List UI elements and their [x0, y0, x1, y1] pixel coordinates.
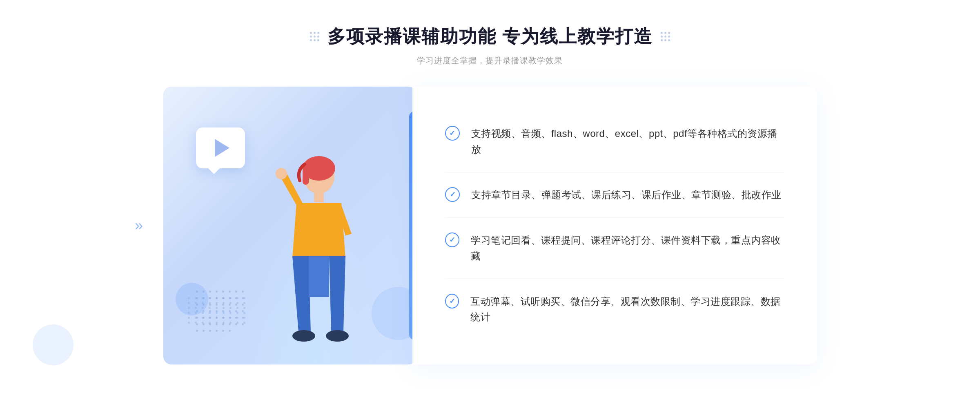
feature-item-2: ✓ 支持章节目录、弹题考试、课后练习、课后作业、章节测验、批改作业 — [445, 172, 784, 218]
feature-item-1: ✓ 支持视频、音频、flash、word、excel、ppt、pdf等各种格式的… — [445, 111, 784, 172]
left-arrows-decoration: » — [135, 217, 143, 234]
svg-point-8 — [278, 169, 285, 176]
play-bubble — [196, 127, 245, 168]
main-title: 多项录播课辅助功能 专为线上教学打造 — [327, 25, 653, 49]
check-circle-2: ✓ — [445, 187, 460, 202]
right-decorator-dots — [661, 32, 670, 41]
check-icon-1: ✓ — [449, 130, 455, 137]
person-illustration — [256, 136, 370, 364]
check-icon-4: ✓ — [449, 297, 455, 305]
left-decorator-dots — [310, 32, 319, 41]
content-section: » // Generate dots inline — [163, 87, 817, 364]
svg-rect-3 — [314, 192, 324, 202]
check-circle-1: ✓ — [445, 126, 460, 141]
subtitle: 学习进度全掌握，提升录播课教学效果 — [310, 55, 670, 66]
feature-item-4: ✓ 互动弹幕、试听购买、微信分享、观看次数限制、学习进度跟踪、数据统计 — [445, 279, 784, 340]
page-container: 多项录播课辅助功能 专为线上教学打造 学习进度全 — [0, 0, 980, 398]
check-icon-3: ✓ — [449, 236, 455, 244]
svg-rect-2 — [303, 168, 309, 185]
svg-point-7 — [326, 330, 349, 342]
chevron-icon: » — [135, 217, 143, 234]
page-circle-decoration — [33, 324, 74, 365]
feature-text-3: 学习笔记回看、课程提问、课程评论打分、课件资料下载，重点内容收藏 — [471, 233, 784, 264]
features-panel: ✓ 支持视频、音频、flash、word、excel、ppt、pdf等各种格式的… — [412, 87, 817, 364]
header-section: 多项录播课辅助功能 专为线上教学打造 学习进度全 — [310, 25, 670, 66]
check-circle-3: ✓ — [445, 233, 459, 247]
illustration-area: // Generate dots inline — [163, 87, 416, 364]
feature-item-3: ✓ 学习笔记回看、课程提问、课程评论打分、课件资料下载，重点内容收藏 — [445, 218, 784, 279]
check-icon-2: ✓ — [450, 191, 456, 198]
feature-text-2: 支持章节目录、弹题考试、课后练习、课后作业、章节测验、批改作业 — [471, 187, 782, 203]
feature-text-4: 互动弹幕、试听购买、微信分享、观看次数限制、学习进度跟踪、数据统计 — [470, 294, 784, 325]
svg-rect-5 — [309, 256, 329, 297]
feature-text-1: 支持视频、音频、flash、word、excel、ppt、pdf等各种格式的资源… — [471, 126, 784, 157]
check-circle-4: ✓ — [445, 294, 459, 309]
header-decorators: 多项录播课辅助功能 专为线上教学打造 — [310, 25, 670, 49]
svg-point-6 — [292, 330, 315, 342]
dot-grid-overlay: // static dots via HTML — [188, 297, 247, 324]
play-icon — [215, 139, 229, 157]
